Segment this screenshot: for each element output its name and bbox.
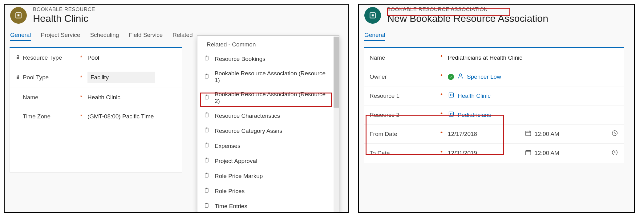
field-value-name[interactable]: Health Clinic — [87, 94, 176, 101]
svg-rect-8 — [206, 113, 208, 113]
entity-label: BOOKABLE RESOURCE ASSOCIATION — [387, 6, 548, 13]
field-value-resource1[interactable]: Health Clinic — [448, 92, 618, 100]
field-from-date[interactable]: 12/17/2018 — [448, 131, 477, 137]
svg-rect-3 — [205, 74, 208, 78]
related-menu-item[interactable]: Resource Bookings — [197, 51, 334, 66]
related-menu-item[interactable]: Bookable Resource Association (Resource … — [197, 66, 334, 87]
field-label-name: Name — [23, 94, 38, 101]
field-from-time[interactable]: 12:00 AM — [535, 131, 559, 137]
svg-rect-17 — [205, 188, 208, 192]
scroll-thumb[interactable] — [334, 37, 339, 108]
related-menu-item-label: Expenses — [215, 143, 240, 149]
related-menu-item-label: Role Price Markup — [215, 173, 263, 180]
field-to-time[interactable]: 12:00 AM — [535, 150, 559, 157]
related-menu-item[interactable]: Expenses — [197, 138, 334, 153]
field-label-resource-type: Resource Type — [23, 54, 62, 61]
svg-rect-5 — [205, 95, 208, 99]
record-header-right: BOOKABLE RESOURCE ASSOCIATION New Bookab… — [359, 5, 634, 30]
related-menu-item[interactable]: Project Approval — [197, 153, 334, 168]
required-indicator: * — [440, 93, 448, 99]
svg-rect-19 — [205, 203, 208, 207]
svg-rect-28 — [450, 113, 452, 115]
field-value-time-zone[interactable]: (GMT-08:00) Pacific Time — [87, 113, 176, 120]
required-indicator: * — [80, 74, 87, 81]
clipboard-icon — [204, 187, 210, 195]
clipboard-icon — [204, 112, 210, 120]
required-indicator: * — [440, 150, 448, 157]
clock-icon[interactable] — [611, 130, 618, 138]
svg-rect-11 — [205, 143, 208, 147]
calendar-icon[interactable] — [525, 130, 532, 138]
svg-rect-18 — [206, 188, 208, 189]
svg-rect-7 — [205, 113, 208, 117]
tab-project-service[interactable]: Project Service — [41, 30, 80, 41]
related-menu-item[interactable]: Resource Characteristics — [197, 108, 334, 123]
calendar-icon[interactable] — [525, 149, 532, 157]
field-value-resource-type[interactable]: Pool — [87, 54, 176, 61]
scrollbar[interactable] — [334, 36, 339, 212]
svg-point-24 — [459, 74, 461, 76]
owner-link[interactable]: Spencer Low — [467, 73, 501, 80]
field-label-time-zone: Time Zone — [23, 113, 51, 120]
related-menu-item[interactable]: Bookable Resource Association (Resource … — [197, 87, 334, 108]
left-panel: BOOKABLE RESOURCE Health Clinic General … — [4, 4, 349, 213]
clipboard-icon — [204, 142, 210, 150]
verified-badge-icon — [448, 74, 454, 80]
related-menu-item[interactable]: Role Price Markup — [197, 168, 334, 184]
right-panel: BOOKABLE RESOURCE ASSOCIATION New Bookab… — [358, 4, 635, 213]
required-indicator: * — [80, 113, 87, 120]
related-menu-item-label: Resource Category Assns — [215, 128, 282, 134]
required-indicator: * — [80, 94, 87, 101]
record-title: Health Clinic — [33, 13, 95, 24]
field-value-resource2[interactable]: Pediatricians — [448, 111, 618, 119]
svg-rect-1 — [205, 56, 208, 60]
related-dropdown-header: Related - Common — [200, 36, 336, 51]
svg-rect-9 — [205, 128, 208, 132]
clipboard-icon — [204, 127, 210, 135]
svg-rect-29 — [525, 131, 531, 136]
form-card-association: Name * Pediatricians at Health Clinic Ow… — [364, 47, 624, 163]
field-label-from-date: From Date — [370, 131, 397, 137]
tab-general[interactable]: General — [10, 30, 31, 41]
svg-rect-10 — [206, 128, 208, 129]
svg-rect-2 — [206, 56, 208, 57]
field-label-owner: Owner — [370, 73, 387, 80]
related-menu-item-label: Resource Bookings — [215, 56, 265, 62]
related-menu-item-label: Bookable Resource Association (Resource … — [215, 91, 327, 105]
clipboard-icon — [204, 172, 210, 180]
required-indicator: * — [80, 54, 87, 61]
field-value-pool-type[interactable]: Facility — [87, 72, 155, 83]
resource2-link[interactable]: Pediatricians — [458, 112, 491, 118]
resource1-link[interactable]: Health Clinic — [458, 93, 491, 99]
svg-rect-31 — [525, 150, 531, 155]
resource-icon — [448, 92, 455, 100]
svg-rect-6 — [206, 94, 208, 95]
tab-related[interactable]: Related — [172, 30, 193, 41]
svg-rect-14 — [206, 158, 208, 159]
tab-scheduling[interactable]: Scheduling — [90, 30, 119, 41]
clipboard-icon — [204, 94, 210, 102]
svg-rect-25 — [449, 93, 454, 97]
record-icon — [10, 7, 27, 24]
clock-icon[interactable] — [611, 149, 618, 157]
related-menu-item-label: Bookable Resource Association (Resource … — [215, 70, 327, 84]
form-tabs-right: General — [359, 30, 634, 42]
related-dropdown-list: Resource BookingsBookable Resource Assoc… — [197, 51, 339, 213]
lock-icon — [15, 74, 20, 81]
required-indicator: * — [440, 54, 448, 61]
related-menu-item[interactable]: Role Prices — [197, 184, 334, 199]
related-menu-item[interactable]: Time Entries — [197, 199, 334, 213]
field-value-name[interactable]: Pediatricians at Health Clinic — [448, 54, 618, 61]
related-menu-item[interactable]: Resource Category Assns — [197, 123, 334, 138]
tab-general[interactable]: General — [364, 30, 385, 41]
svg-rect-27 — [449, 112, 454, 117]
field-label-pool-type: Pool Type — [23, 74, 49, 81]
field-value-owner[interactable]: Spencer Low — [448, 73, 618, 81]
tab-field-service[interactable]: Field Service — [129, 30, 163, 41]
field-label-to-date: To Date — [370, 150, 390, 157]
field-to-date[interactable]: 12/31/2019 — [448, 150, 477, 157]
svg-rect-20 — [206, 203, 208, 204]
clipboard-icon — [204, 157, 210, 165]
field-label-resource1: Resource 1 — [370, 93, 399, 99]
required-indicator: * — [440, 112, 448, 118]
